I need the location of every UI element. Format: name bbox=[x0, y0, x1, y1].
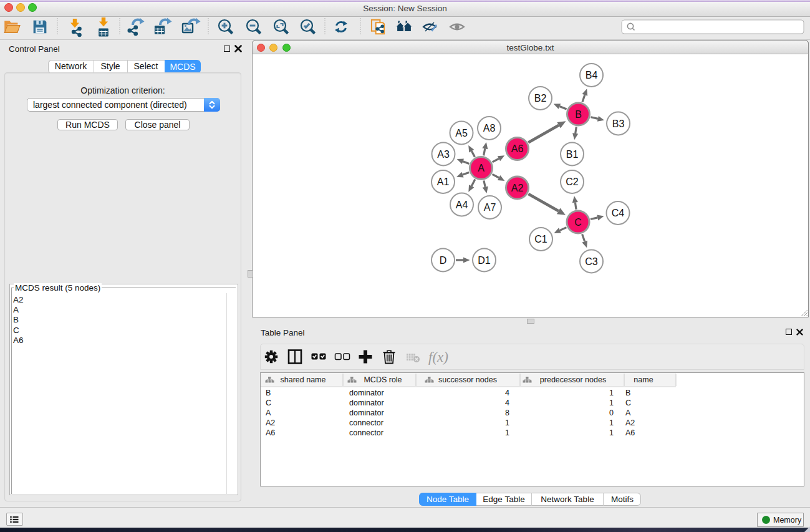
svg-text:1: 1 bbox=[505, 428, 509, 437]
svg-text:dominator: dominator bbox=[349, 409, 384, 417]
svg-text:A3: A3 bbox=[437, 149, 450, 160]
svg-text:dominator: dominator bbox=[349, 389, 384, 397]
svg-text:C: C bbox=[625, 399, 631, 407]
svg-text:B1: B1 bbox=[566, 149, 579, 160]
svg-text:A6: A6 bbox=[511, 143, 524, 154]
svg-text:C3: C3 bbox=[585, 256, 598, 267]
svg-text:1: 1 bbox=[609, 418, 614, 427]
svg-text:A: A bbox=[478, 163, 485, 173]
svg-text:A2: A2 bbox=[625, 418, 635, 427]
svg-text:C2: C2 bbox=[566, 177, 579, 187]
svg-text:4: 4 bbox=[505, 399, 509, 407]
svg-text:B: B bbox=[625, 389, 630, 397]
svg-text:f(x): f(x) bbox=[428, 349, 448, 365]
svg-text:A5: A5 bbox=[455, 128, 468, 138]
svg-text:A8: A8 bbox=[483, 123, 496, 133]
svg-text:A6: A6 bbox=[266, 428, 275, 437]
svg-text:1: 1 bbox=[609, 399, 614, 407]
svg-text:A2: A2 bbox=[266, 418, 275, 427]
svg-text:B: B bbox=[266, 389, 271, 397]
svg-text:1: 1 bbox=[609, 428, 614, 437]
svg-text:successor nodes: successor nodes bbox=[438, 375, 497, 384]
svg-text:D: D bbox=[440, 255, 447, 266]
svg-text:name: name bbox=[634, 375, 653, 384]
svg-text:A: A bbox=[625, 409, 631, 417]
svg-text:A: A bbox=[266, 409, 271, 417]
svg-text:0: 0 bbox=[609, 409, 614, 417]
svg-text:B3: B3 bbox=[612, 118, 625, 129]
svg-text:C4: C4 bbox=[612, 208, 625, 218]
svg-text:1: 1 bbox=[609, 389, 614, 397]
svg-text:C1: C1 bbox=[534, 234, 547, 244]
svg-text:A1: A1 bbox=[437, 177, 450, 187]
svg-text:C: C bbox=[266, 399, 271, 407]
svg-text:A7: A7 bbox=[484, 202, 496, 213]
svg-text:A2: A2 bbox=[511, 183, 524, 193]
svg-text:8: 8 bbox=[505, 409, 509, 417]
svg-text:B2: B2 bbox=[534, 93, 547, 104]
svg-text:4: 4 bbox=[505, 389, 509, 397]
svg-text:C: C bbox=[574, 217, 582, 228]
svg-text:B4: B4 bbox=[586, 70, 598, 80]
svg-text:MCDS role: MCDS role bbox=[364, 375, 402, 384]
svg-text:connector: connector bbox=[349, 418, 383, 427]
svg-text:shared name: shared name bbox=[281, 375, 326, 384]
svg-text:dominator: dominator bbox=[349, 399, 384, 407]
svg-text:D1: D1 bbox=[478, 255, 491, 266]
svg-text:A4: A4 bbox=[456, 200, 468, 210]
svg-text:1: 1 bbox=[505, 418, 509, 427]
svg-text:connector: connector bbox=[349, 428, 383, 437]
svg-text:A6: A6 bbox=[625, 428, 635, 437]
svg-text:predecessor nodes: predecessor nodes bbox=[540, 375, 606, 384]
svg-text:B: B bbox=[575, 109, 582, 120]
